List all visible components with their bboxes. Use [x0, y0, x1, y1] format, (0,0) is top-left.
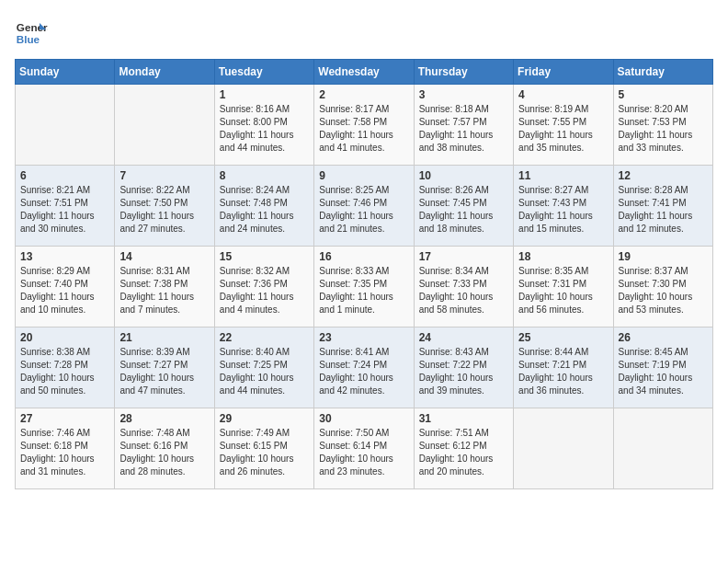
- day-number: 8: [220, 169, 309, 182]
- calendar-cell: [514, 408, 613, 489]
- calendar-cell: 4Sunrise: 8:19 AM Sunset: 7:55 PM Daylig…: [514, 85, 613, 166]
- day-info: Sunrise: 8:38 AM Sunset: 7:28 PM Dayligh…: [20, 346, 109, 397]
- calendar-cell: 1Sunrise: 8:16 AM Sunset: 8:00 PM Daylig…: [214, 85, 313, 166]
- day-info: Sunrise: 8:25 AM Sunset: 7:46 PM Dayligh…: [319, 184, 408, 236]
- day-info: Sunrise: 8:24 AM Sunset: 7:48 PM Dayligh…: [220, 184, 309, 236]
- weekday-header: Thursday: [414, 60, 513, 85]
- day-number: 7: [119, 169, 209, 182]
- calendar-cell: 30Sunrise: 7:50 AM Sunset: 6:14 PM Dayli…: [314, 408, 414, 489]
- day-number: 24: [419, 331, 508, 344]
- day-number: 16: [319, 250, 408, 263]
- day-info: Sunrise: 8:17 AM Sunset: 7:58 PM Dayligh…: [319, 103, 408, 155]
- day-number: 31: [419, 412, 508, 425]
- calendar-cell: 26Sunrise: 8:45 AM Sunset: 7:19 PM Dayli…: [613, 327, 712, 408]
- day-info: Sunrise: 8:26 AM Sunset: 7:45 PM Dayligh…: [419, 184, 508, 236]
- calendar-header: SundayMondayTuesdayWednesdayThursdayFrid…: [16, 60, 713, 85]
- day-number: 28: [119, 412, 209, 425]
- calendar-cell: [16, 85, 115, 166]
- calendar-cell: 14Sunrise: 8:31 AM Sunset: 7:38 PM Dayli…: [115, 247, 214, 327]
- calendar-cell: 16Sunrise: 8:33 AM Sunset: 7:35 PM Dayli…: [314, 247, 414, 327]
- day-info: Sunrise: 8:27 AM Sunset: 7:43 PM Dayligh…: [518, 184, 608, 236]
- calendar-cell: 27Sunrise: 7:46 AM Sunset: 6:18 PM Dayli…: [16, 408, 115, 489]
- day-info: Sunrise: 8:16 AM Sunset: 8:00 PM Dayligh…: [220, 103, 309, 155]
- calendar-cell: 28Sunrise: 7:48 AM Sunset: 6:16 PM Dayli…: [115, 408, 214, 489]
- weekday-header: Wednesday: [314, 60, 414, 85]
- weekday-header: Friday: [514, 60, 613, 85]
- day-number: 29: [220, 412, 309, 425]
- day-number: 21: [119, 331, 209, 344]
- calendar-cell: 2Sunrise: 8:17 AM Sunset: 7:58 PM Daylig…: [314, 85, 414, 166]
- svg-text:Blue: Blue: [17, 33, 40, 45]
- day-number: 4: [518, 88, 608, 101]
- day-info: Sunrise: 8:34 AM Sunset: 7:33 PM Dayligh…: [419, 265, 508, 316]
- calendar-body: 1Sunrise: 8:16 AM Sunset: 8:00 PM Daylig…: [16, 85, 713, 489]
- calendar-cell: 11Sunrise: 8:27 AM Sunset: 7:43 PM Dayli…: [514, 166, 613, 247]
- weekday-header: Monday: [115, 60, 214, 85]
- day-number: 19: [619, 250, 708, 263]
- day-number: 11: [518, 169, 608, 182]
- calendar-cell: 17Sunrise: 8:34 AM Sunset: 7:33 PM Dayli…: [414, 247, 513, 327]
- day-info: Sunrise: 8:41 AM Sunset: 7:24 PM Dayligh…: [319, 346, 408, 397]
- day-number: 26: [619, 331, 708, 344]
- calendar-cell: 21Sunrise: 8:39 AM Sunset: 7:27 PM Dayli…: [115, 327, 214, 408]
- day-info: Sunrise: 7:49 AM Sunset: 6:15 PM Dayligh…: [220, 427, 309, 478]
- calendar-week-row: 27Sunrise: 7:46 AM Sunset: 6:18 PM Dayli…: [16, 408, 713, 489]
- day-info: Sunrise: 8:19 AM Sunset: 7:55 PM Dayligh…: [518, 103, 608, 155]
- calendar-cell: 13Sunrise: 8:29 AM Sunset: 7:40 PM Dayli…: [16, 247, 115, 327]
- day-number: 20: [20, 331, 109, 344]
- calendar-cell: 31Sunrise: 7:51 AM Sunset: 6:12 PM Dayli…: [414, 408, 513, 489]
- calendar-cell: 24Sunrise: 8:43 AM Sunset: 7:22 PM Dayli…: [414, 327, 513, 408]
- day-info: Sunrise: 8:20 AM Sunset: 7:53 PM Dayligh…: [619, 103, 708, 155]
- day-number: 23: [319, 331, 408, 344]
- weekday-header: Saturday: [613, 60, 712, 85]
- calendar-cell: 25Sunrise: 8:44 AM Sunset: 7:21 PM Dayli…: [514, 327, 613, 408]
- day-number: 9: [319, 169, 408, 182]
- day-info: Sunrise: 7:46 AM Sunset: 6:18 PM Dayligh…: [20, 427, 109, 478]
- day-number: 12: [619, 169, 708, 182]
- calendar-cell: 29Sunrise: 7:49 AM Sunset: 6:15 PM Dayli…: [214, 408, 313, 489]
- calendar-week-row: 13Sunrise: 8:29 AM Sunset: 7:40 PM Dayli…: [16, 247, 713, 327]
- day-info: Sunrise: 7:50 AM Sunset: 6:14 PM Dayligh…: [319, 427, 408, 478]
- calendar-cell: 22Sunrise: 8:40 AM Sunset: 7:25 PM Dayli…: [214, 327, 313, 408]
- day-info: Sunrise: 8:21 AM Sunset: 7:51 PM Dayligh…: [20, 184, 109, 236]
- calendar-week-row: 20Sunrise: 8:38 AM Sunset: 7:28 PM Dayli…: [16, 327, 713, 408]
- day-number: 1: [220, 88, 309, 101]
- day-info: Sunrise: 8:35 AM Sunset: 7:31 PM Dayligh…: [518, 265, 608, 316]
- calendar-cell: 9Sunrise: 8:25 AM Sunset: 7:46 PM Daylig…: [314, 166, 414, 247]
- calendar-week-row: 6Sunrise: 8:21 AM Sunset: 7:51 PM Daylig…: [16, 166, 713, 247]
- calendar-table: SundayMondayTuesdayWednesdayThursdayFrid…: [15, 59, 713, 489]
- day-number: 13: [20, 250, 109, 263]
- day-info: Sunrise: 8:44 AM Sunset: 7:21 PM Dayligh…: [518, 346, 608, 397]
- day-number: 18: [518, 250, 608, 263]
- calendar-cell: 7Sunrise: 8:22 AM Sunset: 7:50 PM Daylig…: [115, 166, 214, 247]
- logo-icon: General Blue: [15, 15, 48, 48]
- calendar-cell: 19Sunrise: 8:37 AM Sunset: 7:30 PM Dayli…: [613, 247, 712, 327]
- calendar-cell: 15Sunrise: 8:32 AM Sunset: 7:36 PM Dayli…: [214, 247, 313, 327]
- weekday-header: Sunday: [16, 60, 115, 85]
- day-info: Sunrise: 8:32 AM Sunset: 7:36 PM Dayligh…: [220, 265, 309, 316]
- logo: General Blue: [15, 15, 48, 48]
- day-info: Sunrise: 8:22 AM Sunset: 7:50 PM Dayligh…: [119, 184, 209, 236]
- day-number: 15: [220, 250, 309, 263]
- page-header: General Blue: [15, 15, 713, 48]
- day-number: 25: [518, 331, 608, 344]
- calendar-cell: 5Sunrise: 8:20 AM Sunset: 7:53 PM Daylig…: [613, 85, 712, 166]
- day-number: 5: [619, 88, 708, 101]
- day-number: 6: [20, 169, 109, 182]
- calendar-cell: 12Sunrise: 8:28 AM Sunset: 7:41 PM Dayli…: [613, 166, 712, 247]
- day-number: 14: [119, 250, 209, 263]
- day-info: Sunrise: 8:39 AM Sunset: 7:27 PM Dayligh…: [119, 346, 209, 397]
- calendar-cell: 3Sunrise: 8:18 AM Sunset: 7:57 PM Daylig…: [414, 85, 513, 166]
- calendar-week-row: 1Sunrise: 8:16 AM Sunset: 8:00 PM Daylig…: [16, 85, 713, 166]
- day-info: Sunrise: 8:33 AM Sunset: 7:35 PM Dayligh…: [319, 265, 408, 316]
- calendar-cell: 20Sunrise: 8:38 AM Sunset: 7:28 PM Dayli…: [16, 327, 115, 408]
- calendar-cell: 23Sunrise: 8:41 AM Sunset: 7:24 PM Dayli…: [314, 327, 414, 408]
- day-number: 17: [419, 250, 508, 263]
- day-number: 22: [220, 331, 309, 344]
- day-number: 10: [419, 169, 508, 182]
- weekday-header: Tuesday: [214, 60, 313, 85]
- day-info: Sunrise: 8:37 AM Sunset: 7:30 PM Dayligh…: [619, 265, 708, 316]
- calendar-cell: [115, 85, 214, 166]
- day-info: Sunrise: 8:40 AM Sunset: 7:25 PM Dayligh…: [220, 346, 309, 397]
- day-number: 27: [20, 412, 109, 425]
